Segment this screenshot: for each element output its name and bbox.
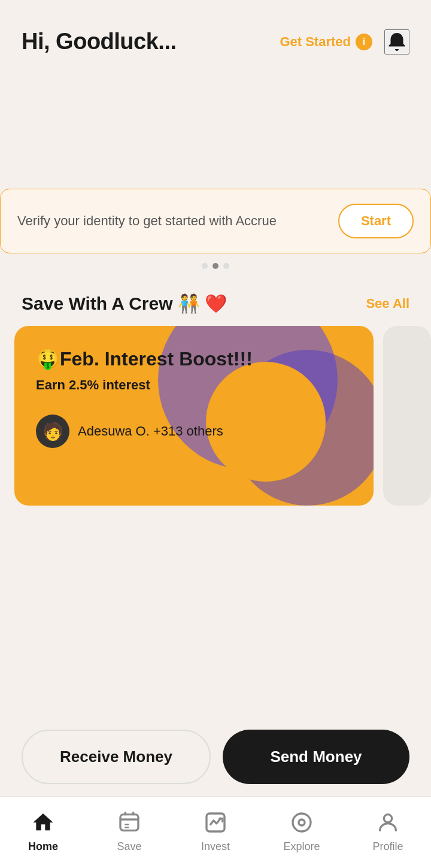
balance-card-area bbox=[0, 69, 431, 189]
notification-button[interactable] bbox=[384, 29, 409, 55]
crew-section-header: Save With A Crew 🧑‍🤝‍🧑 ❤️ See All bbox=[0, 279, 431, 326]
nav-profile-label: Profile bbox=[372, 840, 403, 853]
header-actions: Get Started i bbox=[280, 29, 409, 55]
card-title: 🤑Feb. Interest Boost!!! bbox=[36, 347, 352, 370]
card-members: 🧑 Adesuwa O. +313 others bbox=[36, 415, 352, 448]
nav-explore[interactable]: Explore bbox=[266, 809, 338, 853]
section-title: Save With A Crew 🧑‍🤝‍🧑 ❤️ bbox=[22, 293, 227, 314]
member-name: Adesuwa O. +313 others bbox=[78, 424, 223, 439]
verify-banner: Verify your identity to get started with… bbox=[0, 189, 431, 253]
greeting-text: Hi, Goodluck... bbox=[22, 29, 177, 55]
home-icon bbox=[30, 809, 56, 836]
crew-card-peek bbox=[383, 326, 431, 506]
dot-1 bbox=[202, 263, 208, 269]
svg-point-3 bbox=[299, 819, 305, 825]
get-started-label: Get Started bbox=[280, 34, 351, 50]
bottom-nav: Home Save Invest bbox=[0, 796, 431, 868]
see-all-button[interactable]: See All bbox=[366, 296, 409, 311]
crew-card-main[interactable]: 🤑Feb. Interest Boost!!! Earn 2.5% intere… bbox=[14, 326, 374, 506]
invest-icon bbox=[202, 809, 229, 836]
nav-invest[interactable]: Invest bbox=[180, 809, 251, 853]
svg-point-4 bbox=[384, 815, 391, 822]
crew-cards: 🤑Feb. Interest Boost!!! Earn 2.5% intere… bbox=[0, 326, 431, 506]
profile-icon bbox=[375, 809, 401, 836]
nav-home[interactable]: Home bbox=[7, 809, 79, 853]
verify-text: Verify your identity to get started with… bbox=[17, 212, 277, 231]
receive-money-button[interactable]: Receive Money bbox=[22, 730, 211, 784]
svg-rect-0 bbox=[120, 815, 138, 831]
card-subtitle: Earn 2.5% interest bbox=[36, 377, 352, 393]
card-emoji: 🤑 bbox=[36, 348, 60, 370]
nav-home-label: Home bbox=[28, 840, 58, 853]
action-buttons: Receive Money Send Money bbox=[0, 718, 431, 796]
page-dots bbox=[0, 253, 431, 279]
dot-3 bbox=[223, 263, 229, 269]
nav-profile[interactable]: Profile bbox=[352, 809, 424, 853]
header: Hi, Goodluck... Get Started i bbox=[0, 0, 431, 69]
explore-icon bbox=[289, 809, 315, 836]
nav-invest-label: Invest bbox=[201, 840, 230, 853]
get-started-button[interactable]: Get Started i bbox=[280, 34, 372, 50]
info-icon: i bbox=[356, 34, 372, 50]
svg-point-2 bbox=[293, 813, 311, 831]
member-avatar: 🧑 bbox=[36, 415, 69, 448]
nav-explore-label: Explore bbox=[283, 840, 320, 853]
nav-save-label: Save bbox=[117, 840, 141, 853]
save-icon bbox=[116, 809, 142, 836]
send-money-button[interactable]: Send Money bbox=[223, 730, 409, 784]
dot-2 bbox=[213, 263, 218, 269]
start-button[interactable]: Start bbox=[338, 204, 414, 238]
bottom-spacer bbox=[0, 506, 431, 637]
nav-save[interactable]: Save bbox=[93, 809, 165, 853]
